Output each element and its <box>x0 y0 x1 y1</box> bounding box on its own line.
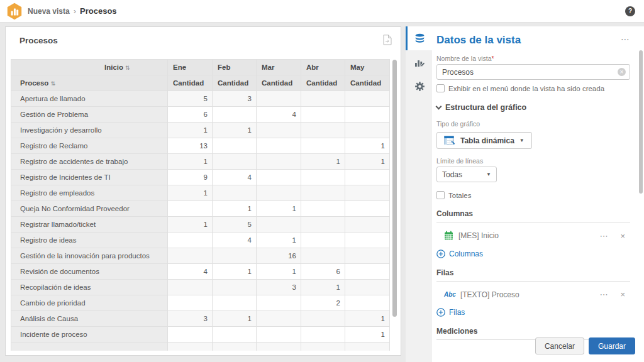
value-cell: 3 <box>213 91 257 107</box>
value-cell: 5 <box>213 217 257 233</box>
value-cell <box>213 327 257 343</box>
cancel-button[interactable]: Cancelar <box>535 337 584 354</box>
value-cell: 1 <box>213 123 257 138</box>
help-icon[interactable]: ? <box>625 6 635 16</box>
value-cell <box>301 311 345 327</box>
value-cell <box>213 280 257 295</box>
process-name-cell: Queja No Conformidad Proveedor <box>11 201 168 217</box>
table-scroll-area: Inicio⇅ EneFebMarAbrMay Proceso⇅ Cantida… <box>11 59 397 351</box>
process-name-cell: Registrar llamado/ticket <box>11 217 168 233</box>
value-cell <box>257 327 301 343</box>
value-cell <box>301 185 345 201</box>
column-dimension-header[interactable]: Inicio⇅ <box>11 60 168 75</box>
columns-field-label: [MES] Inicio <box>458 231 499 240</box>
pivot-table-icon <box>444 136 455 145</box>
month-column-header: Ene <box>168 60 213 75</box>
value-cell: 1 <box>168 154 213 170</box>
value-cell <box>213 138 257 154</box>
structure-section-toggle[interactable]: Estructura del gráfico <box>436 103 630 112</box>
value-cell <box>345 295 390 311</box>
value-cell <box>345 185 390 201</box>
measure-header: Cantidad <box>257 75 301 91</box>
columns-section-header: Columnas <box>436 209 630 222</box>
add-rows-link[interactable]: Filas <box>436 308 630 317</box>
value-cell: 6 <box>301 264 345 280</box>
value-cell <box>257 217 301 233</box>
totals-checkbox-label: Totales <box>448 192 471 199</box>
calendar-icon <box>444 231 454 241</box>
settings-panel: Datos de la vista ⋯ Nombre de la vista* … <box>406 26 644 362</box>
value-cell: 1 <box>301 154 345 170</box>
sort-icon: ⇅ <box>50 80 55 87</box>
row-dimension-header[interactable]: Proceso⇅ <box>11 75 168 91</box>
field-options-icon[interactable]: ⋯ <box>599 231 608 241</box>
breadcrumb-parent[interactable]: Nueva vista <box>28 7 70 16</box>
table-scrollbar <box>392 60 397 348</box>
value-cell <box>301 343 345 351</box>
value-cell: 5 <box>168 91 213 107</box>
value-cell <box>257 185 301 201</box>
value-cell: 1 <box>213 311 257 327</box>
save-button[interactable]: Guardar <box>589 337 635 354</box>
value-cell: 1 <box>345 311 390 327</box>
columns-field-item[interactable]: [MES] Inicio ⋯ × <box>436 231 630 241</box>
table-body: Apertura de llamado53Gestión de Problema… <box>11 91 390 351</box>
table-row-partial <box>11 343 390 351</box>
value-cell: 1 <box>345 327 390 343</box>
tab-settings[interactable] <box>406 74 432 98</box>
value-cell: 16 <box>257 248 301 264</box>
sort-icon: ⇅ <box>125 65 130 71</box>
value-cell <box>213 248 257 264</box>
month-column-header: Mar <box>257 60 301 75</box>
value-cell <box>168 248 213 264</box>
chart-edit-icon <box>414 57 425 67</box>
value-cell <box>168 280 213 295</box>
value-cell <box>257 295 301 311</box>
value-cell: 1 <box>257 233 301 248</box>
clear-input-icon[interactable]: × <box>618 68 626 76</box>
measure-header: Cantidad <box>168 75 213 91</box>
app-logo[interactable] <box>6 3 23 20</box>
value-cell <box>345 233 390 248</box>
process-name-cell: Incidente de proceso <box>11 327 168 343</box>
field-options-icon[interactable]: ⋯ <box>599 290 608 299</box>
totals-checkbox[interactable] <box>436 191 445 199</box>
tab-data[interactable] <box>406 26 432 50</box>
panel-scrollbar-thumb[interactable] <box>639 50 643 194</box>
measure-header: Cantidad <box>345 75 390 91</box>
row-limit-select[interactable]: Todas ▼ <box>436 167 497 182</box>
overflow-menu-icon[interactable]: ⋯ <box>621 34 630 44</box>
value-cell <box>301 91 345 107</box>
value-cell: 1 <box>257 201 301 217</box>
value-cell: 1 <box>213 201 257 217</box>
table-scrollbar-thumb[interactable] <box>392 60 397 317</box>
rows-field-item[interactable]: Abc [TEXTO] Proceso ⋯ × <box>436 290 630 299</box>
breadcrumb: Nueva vista › Procesos <box>28 6 117 16</box>
tab-chart-style[interactable] <box>406 50 432 74</box>
table-row: Registro de accidentes de trabajo111 <box>11 154 390 170</box>
caret-down-icon: ▼ <box>486 172 491 177</box>
value-cell <box>168 233 213 248</box>
value-cell <box>301 201 345 217</box>
value-cell <box>345 264 390 280</box>
view-name-input[interactable] <box>436 64 630 80</box>
value-cell <box>345 280 390 295</box>
add-columns-link[interactable]: Columnas <box>436 250 630 258</box>
value-cell <box>345 201 390 217</box>
table-row: Análisis de Causa311 <box>11 311 390 327</box>
chart-type-dropdown[interactable]: Tabla dinámica ▼ <box>436 132 532 149</box>
field-remove-icon[interactable]: × <box>620 231 625 241</box>
value-cell <box>345 107 390 123</box>
table-row: Registro de Incidentes de TI94 <box>11 170 390 185</box>
value-cell <box>345 248 390 264</box>
value-cell <box>213 185 257 201</box>
export-icon[interactable] <box>383 35 392 48</box>
field-remove-icon[interactable]: × <box>620 290 625 299</box>
value-cell <box>301 217 345 233</box>
value-cell <box>168 201 213 217</box>
exhibit-checkbox[interactable] <box>436 84 445 92</box>
value-cell <box>301 248 345 264</box>
value-cell: 4 <box>168 264 213 280</box>
process-name-cell: Registro de ideas <box>11 233 168 248</box>
value-cell: 2 <box>301 295 345 311</box>
